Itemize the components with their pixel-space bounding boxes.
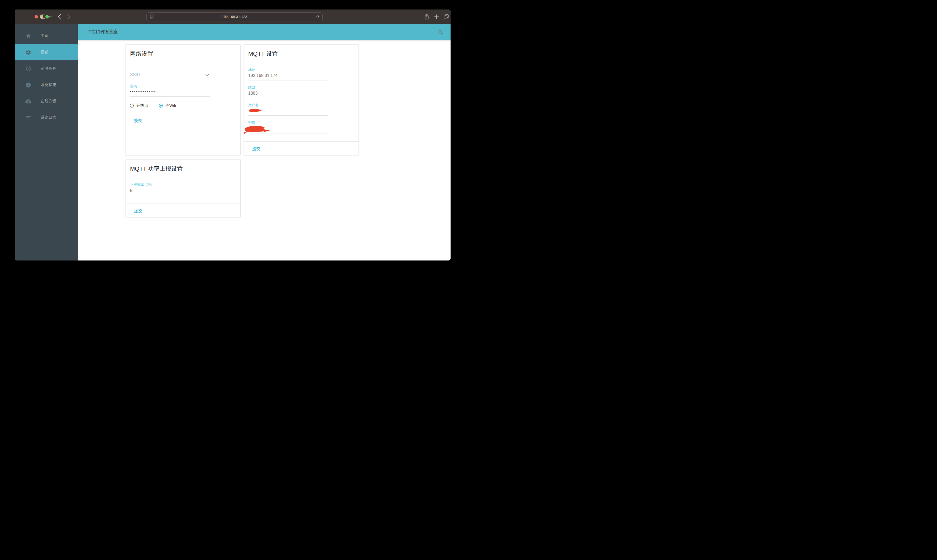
sidebar: 主页 设置 定时任务 系统状态 在线升级 [15,24,78,260]
ssid-select[interactable]: SSID [130,71,210,79]
radio-label: 连Wifi [165,103,176,108]
field-label: 地址 [248,68,328,72]
home-icon [25,33,31,39]
toolbar-separator [47,14,47,20]
main-area: TC1智能插座 网络设置 SSID 密码 [78,24,450,260]
field-label: 用户名 [248,103,328,107]
field-value[interactable]: 192.168.31.174 [248,73,328,78]
page-settings-icon [149,14,154,19]
sidebar-item-system-status[interactable]: 系统状态 [15,77,78,93]
reload-icon [316,15,320,19]
share-button[interactable] [424,14,430,20]
close-window-button[interactable] [35,15,38,18]
field-value[interactable]: •••••••••••••• [130,89,210,95]
field-label: 密码 [248,121,328,125]
mqtt-port-field: 端口 1883 [248,85,328,98]
log-icon [25,115,31,121]
sidebar-menu-button[interactable] [48,15,52,18]
network-mode-radios: 开热点 连Wifi [130,103,176,108]
address-bar[interactable]: 192.168.31.123 [146,12,323,21]
sidebar-item-label: 定时任务 [41,66,57,71]
network-submit-button[interactable]: 提交 [134,118,142,123]
url-text[interactable]: 192.168.31.123 [222,15,247,19]
power-submit-button[interactable]: 提交 [134,209,142,214]
info-icon [25,82,31,88]
sidebar-item-timer-tasks[interactable]: 定时任务 [15,60,78,77]
forward-icon [67,14,71,20]
mqtt-address-field: 地址 192.168.31.174 [248,68,328,80]
card-footer: 提交 [126,113,240,123]
sidebar-item-label: 主页 [41,34,49,38]
settings-content: 网络设置 SSID 密码 •••••••••••••• 开热 [78,40,450,260]
sidebar-item-system-log[interactable]: 系统日志 [15,109,78,126]
sidebar-item-label: 系统日志 [41,115,57,120]
select-chevron-icon [205,74,209,76]
field-label: 密码 [130,84,210,88]
reload-button[interactable] [316,14,320,19]
alarm-icon [25,66,31,72]
screen: 192.168.31.123 主页 [0,0,468,280]
new-tab-icon [434,14,439,19]
app-root: 主页 设置 定时任务 系统状态 在线升级 [15,24,450,260]
username-redaction-scribble [248,108,262,114]
sidebar-item-label: 设置 [41,50,49,55]
sidebar-item-online-upgrade[interactable]: 在线升级 [15,93,78,109]
card-footer: 提交 [126,203,240,214]
sidebar-toggle-icon [40,14,46,20]
mqtt-submit-button[interactable]: 提交 [252,146,260,151]
field-value[interactable]: 5 [130,188,210,193]
mqtt-power-report-card: MQTT 功率上报设置 上报频率（秒） 5 提交 [126,159,240,217]
sidebar-item-home[interactable]: 主页 [15,28,78,44]
ssid-placeholder: SSID [130,72,140,77]
gear-icon [25,49,31,55]
radio-hotspot[interactable]: 开热点 [130,103,148,108]
page-header: TC1智能插座 [78,24,450,40]
forward-button[interactable] [66,14,72,20]
sidebar-toggle-button[interactable] [40,14,46,20]
card-footer: 提交 [244,141,359,151]
tabs-overview-button[interactable] [443,14,449,20]
sidebar-item-settings[interactable]: 设置 [15,44,78,60]
field-label: 上报频率（秒） [130,183,210,187]
network-settings-card: 网络设置 SSID 密码 •••••••••••••• 开热 [126,44,240,155]
radio-circle-checked-icon[interactable] [159,104,163,108]
card-title: 网络设置 [130,50,153,58]
browser-window: 192.168.31.123 主页 [15,9,450,260]
page-settings-button[interactable] [149,14,154,19]
field-label: 端口 [248,85,328,90]
cloud-download-icon [25,98,31,105]
radio-circle-icon[interactable] [130,104,134,108]
card-title: MQTT 设置 [248,50,278,58]
page-title: TC1智能插座 [88,24,118,40]
tabs-overview-icon [444,14,449,20]
wifi-password-field: 密码 •••••••••••••• [130,84,210,97]
sidebar-item-label: 在线升级 [41,99,57,104]
chevron-down-icon [49,16,52,18]
browser-toolbar: 192.168.31.123 [15,9,450,24]
field-value[interactable]: 1883 [248,91,328,96]
card-title: MQTT 功率上报设置 [130,165,183,173]
sidebar-item-label: 系统状态 [41,83,57,87]
back-icon [58,14,61,20]
share-icon [424,14,429,20]
translate-icon [438,29,443,35]
radio-wifi[interactable]: 连Wifi [159,103,176,108]
new-tab-button[interactable] [433,14,439,20]
radio-label: 开热点 [136,103,148,108]
report-frequency-field: 上报频率（秒） 5 [130,183,210,195]
password-redaction-scribble [244,125,271,135]
back-button[interactable] [57,14,62,20]
translate-button[interactable] [438,29,443,35]
mqtt-settings-card: MQTT 设置 地址 192.168.31.174 端口 1883 用户名 [244,44,359,155]
